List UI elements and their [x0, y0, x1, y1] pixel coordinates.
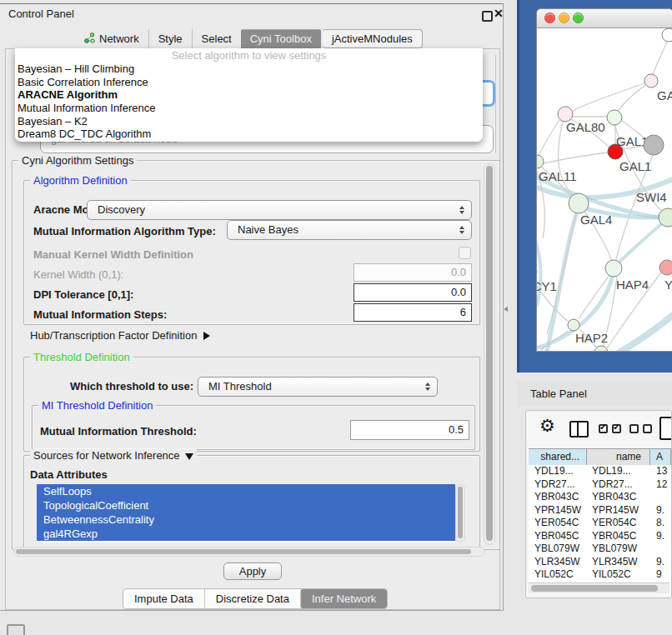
- deselect-all-checkboxes-icon[interactable]: [629, 424, 652, 433]
- table-row[interactable]: YDR27...YDR27...12: [529, 478, 671, 492]
- algorithm-dropdown: Select algorithm to view settings Bayesi…: [15, 48, 483, 142]
- bottom-tabs: Impute Data Discretize Data Infer Networ…: [123, 588, 388, 609]
- node-label: GAL80: [566, 120, 605, 134]
- column-header-name[interactable]: name: [587, 449, 650, 466]
- table-row[interactable]: YPR145WYPR145W9.: [529, 504, 671, 518]
- manual-kernel-checkbox[interactable]: [459, 247, 471, 259]
- dropdown-prompt: Select algorithm to view settings: [15, 48, 483, 62]
- algorithm-dropdown-items: Bayesian – Hill ClimbingBasic Correlatio…: [15, 62, 483, 141]
- attribute-item[interactable]: BetweennessCentrality: [37, 512, 455, 527]
- network-node-gal10[interactable]: [607, 110, 622, 125]
- table-rows[interactable]: YDL19...YDL19...13YDR27...YDR27...12YBR0…: [529, 465, 671, 582]
- table-row[interactable]: YDL19...YDL19...13: [529, 465, 671, 478]
- network-canvas[interactable]: GALGAL80GAL10GAL1GAL11GAL4SWI4GCY1HAP4YH…: [537, 28, 672, 352]
- attribute-item[interactable]: gal4RGexp: [37, 527, 455, 541]
- network-node[interactable]: [662, 28, 672, 42]
- sources-group-toggle[interactable]: Sources for Network Inference: [30, 449, 197, 462]
- network-window[interactable]: GALGAL80GAL10GAL1GAL11GAL4SWI4GCY1HAP4YH…: [536, 8, 672, 352]
- attribute-item[interactable]: SelfLoops: [37, 484, 455, 498]
- network-window-titlebar[interactable]: [537, 9, 672, 28]
- table-horizontal-scrollbar[interactable]: [529, 582, 669, 593]
- algorithm-option[interactable]: Dream8 DC_TDC Algorithm: [15, 128, 483, 141]
- kernel-width-label: Kernel Width (0,1):: [33, 268, 123, 281]
- float-window-icon[interactable]: [482, 11, 493, 22]
- table-row[interactable]: YIL052CYIL052C9: [529, 568, 671, 582]
- network-node[interactable]: [594, 346, 608, 352]
- window-zoom-icon[interactable]: [573, 12, 584, 23]
- table-panel: ⚙ shared... name A YDL19...YDL19...13YDR…: [525, 410, 672, 598]
- attributes-scrollbar[interactable]: [455, 484, 465, 542]
- divider-arrow-icon[interactable]: [504, 307, 508, 312]
- tab-network[interactable]: Network: [75, 29, 148, 48]
- data-attributes-label: Data Attributes: [30, 468, 108, 481]
- mi-steps-field[interactable]: 6: [354, 303, 472, 322]
- table-row[interactable]: YBL079WYBL079W: [529, 542, 671, 556]
- table-cell: YIL052C: [529, 568, 587, 582]
- collapse-arrow-icon: [185, 453, 193, 460]
- tab-impute-data[interactable]: Impute Data: [123, 589, 204, 608]
- document-icon[interactable]: [659, 417, 672, 440]
- tab-style[interactable]: Style: [148, 29, 192, 48]
- tab-select[interactable]: Select: [192, 29, 241, 48]
- network-tab-icon: [84, 32, 95, 46]
- panel-border-fragment: [495, 55, 496, 153]
- spinner-icon: [459, 226, 464, 234]
- aracne-mode-combo[interactable]: Discovery: [87, 200, 472, 220]
- algorithm-option[interactable]: ARACNE Algorithm: [15, 88, 483, 102]
- network-node-gal4[interactable]: [569, 193, 589, 213]
- gear-icon[interactable]: ⚙: [539, 416, 555, 436]
- table-cell: 13: [650, 465, 671, 478]
- select-all-checkboxes-icon[interactable]: [599, 424, 621, 433]
- table-cell: YLR345W: [587, 556, 650, 569]
- window-close-icon[interactable]: [544, 12, 555, 23]
- group-title: Cyni Algorithm Settings: [18, 154, 137, 168]
- window-minimize-icon[interactable]: [559, 12, 569, 23]
- tab-discretize-data[interactable]: Discretize Data: [204, 589, 300, 608]
- apply-button[interactable]: Apply: [223, 562, 282, 580]
- dpi-tolerance-field[interactable]: 0.0: [354, 283, 472, 302]
- which-threshold-combo[interactable]: MI Threshold: [198, 377, 438, 397]
- settings-vertical-scrollbar[interactable]: [484, 163, 495, 545]
- table-row[interactable]: YLR345WYLR345W9.: [529, 556, 671, 569]
- node-label: SWI4: [636, 190, 667, 204]
- network-node-gal1[interactable]: [608, 144, 623, 159]
- algorithm-option[interactable]: Mutual Information Inference: [15, 102, 483, 115]
- network-node-hap2[interactable]: [568, 319, 579, 331]
- algorithm-option[interactable]: Bayesian – Hill Climbing: [15, 62, 483, 76]
- algorithm-option[interactable]: Bayesian – K2: [15, 115, 483, 128]
- tab-infer-network[interactable]: Infer Network: [300, 589, 387, 608]
- table-row[interactable]: YER054CYER054C8.: [529, 517, 671, 530]
- table-panel-title: Table Panel: [517, 382, 672, 407]
- settings-horizontal-scrollbar[interactable]: [13, 547, 485, 557]
- tab-cyni-toolbox[interactable]: Cyni Toolbox: [241, 29, 321, 48]
- network-node-hap4[interactable]: [605, 260, 622, 277]
- kernel-width-field[interactable]: 0.0: [354, 263, 472, 282]
- mi-algorithm-type-combo[interactable]: Naive Bayes: [227, 220, 472, 240]
- data-attributes-list[interactable]: SelfLoopsTopologicalCoefficientBetweenne…: [37, 484, 455, 542]
- network-node-y[interactable]: [659, 260, 672, 275]
- attribute-item[interactable]: TopologicalCoefficient: [37, 498, 455, 512]
- columns-icon[interactable]: [569, 421, 589, 438]
- table-row[interactable]: YBR045CYBR045C9.: [529, 530, 671, 543]
- node-label: GCY1: [537, 279, 557, 293]
- tab-jactivemnodules[interactable]: jActiveMNodules: [323, 29, 423, 48]
- mi-threshold-field[interactable]: 0.5: [350, 420, 469, 440]
- mi-steps-label: Mutual Information Steps:: [33, 308, 167, 321]
- column-header-shared[interactable]: shared...: [529, 449, 587, 466]
- network-node-gal11[interactable]: [537, 155, 544, 168]
- column-header-third[interactable]: A: [650, 449, 671, 466]
- expand-arrow-icon: [203, 332, 210, 340]
- table-cell: YPR145W: [529, 504, 587, 518]
- hub-section-toggle[interactable]: Hub/Transcription Factor Definition: [30, 329, 210, 342]
- algorithm-option[interactable]: Basic Correlation Inference: [15, 76, 483, 89]
- node-label: GAL4: [580, 212, 612, 227]
- node-label: GAL: [657, 88, 672, 102]
- network-node[interactable]: [644, 135, 664, 155]
- table-cell: YBR045C: [587, 530, 650, 543]
- manual-kernel-label: Manual Kernel Width Definition: [33, 248, 193, 261]
- table-row[interactable]: YBR043CYBR043C: [529, 491, 671, 504]
- table-cell: YBR043C: [587, 491, 650, 504]
- table-cell: 9: [650, 568, 671, 582]
- network-node-gal[interactable]: [644, 74, 658, 88]
- minimized-panel-icon[interactable]: [7, 624, 25, 635]
